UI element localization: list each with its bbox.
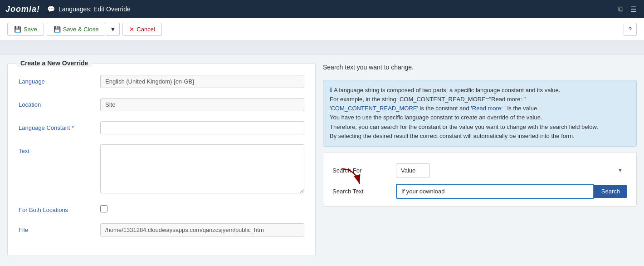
search-text-row: Search Text Search <box>332 184 627 199</box>
text-textarea[interactable] <box>100 144 304 193</box>
menu-icon[interactable]: ☰ <box>629 3 639 15</box>
search-for-select-wrapper: Value Constant <box>396 163 627 177</box>
for-both-locations-label: For Both Locations <box>19 203 100 213</box>
for-both-locations-checkbox[interactable] <box>100 205 107 212</box>
search-button[interactable]: Search <box>594 185 627 198</box>
main-content: Create a New Override Language English (… <box>0 54 644 265</box>
top-bar: Joomla! 💬 Languages: Edit Override ⧉ ☰ <box>0 0 644 18</box>
language-label: Language <box>19 75 100 85</box>
language-constant-field-group: Language Constant * <box>19 119 304 134</box>
save-close-button[interactable]: 💾 Save & Close <box>47 23 106 36</box>
page-title: Languages: Edit Override <box>59 5 131 13</box>
search-for-label: Search For <box>332 167 396 174</box>
page-title-bar: 💬 Languages: Edit Override <box>47 5 131 13</box>
language-constant-label: Language Constant * <box>19 121 100 131</box>
help-icon: ? <box>629 26 632 33</box>
file-label: File <box>19 223 100 233</box>
value-link[interactable]: Read more: <box>472 105 505 112</box>
top-bar-actions: ⧉ ☰ <box>616 3 639 15</box>
info-box: ℹA language string is composed of two pa… <box>323 80 637 147</box>
external-link-icon[interactable]: ⧉ <box>616 3 625 15</box>
constant-link[interactable]: 'COM_CONTENT_READ_MORE' <box>330 105 418 112</box>
right-panel-title: Search text you want to change. <box>323 64 637 74</box>
language-value: English (United Kingdom) [en-GB] <box>100 75 304 88</box>
for-both-locations-group: For Both Locations <box>19 202 304 213</box>
cancel-button[interactable]: ✕ Cancel <box>122 23 161 36</box>
toolbar: 💾 Save 💾 Save & Close ▼ ✕ Cancel ? <box>0 18 644 41</box>
location-field-group: Location Site <box>19 96 304 111</box>
save-dropdown-button[interactable]: ▼ <box>106 23 120 36</box>
language-field-group: Language English (United Kingdom) [en-GB… <box>19 73 304 88</box>
right-panel: Search text you want to change. ℹA langu… <box>323 64 637 256</box>
search-card: Search For Value Constant <box>323 152 637 207</box>
chat-icon: 💬 <box>47 5 55 13</box>
save-button[interactable]: 💾 Save <box>7 23 44 36</box>
subheader <box>0 41 644 54</box>
search-text-input[interactable] <box>396 184 594 199</box>
search-for-row: Search For Value Constant <box>332 163 627 177</box>
info-icon: ℹ <box>330 87 332 94</box>
search-text-label: Search Text <box>332 188 396 195</box>
location-label: Location <box>19 98 100 108</box>
save-close-icon: 💾 <box>54 26 61 33</box>
text-field-group: Text <box>19 143 304 193</box>
file-value: /home/1331284.cloudwaysapps.com/qanzcsjy… <box>100 223 304 236</box>
location-value: Site <box>100 98 304 111</box>
help-button[interactable]: ? <box>624 23 637 36</box>
cancel-icon: ✕ <box>129 26 134 33</box>
text-label: Text <box>19 144 100 154</box>
language-constant-input[interactable] <box>100 121 304 134</box>
panel-title: Create a New Override <box>17 59 92 67</box>
chevron-down-icon: ▼ <box>110 26 116 33</box>
search-for-select[interactable]: Value Constant <box>396 163 430 177</box>
left-panel: Create a New Override Language English (… <box>7 64 316 256</box>
toolbar-right: ? <box>624 23 637 36</box>
save-icon: 💾 <box>14 26 21 33</box>
logo: Joomla! <box>5 5 40 14</box>
file-field-group: File /home/1331284.cloudwaysapps.com/qan… <box>19 222 304 236</box>
